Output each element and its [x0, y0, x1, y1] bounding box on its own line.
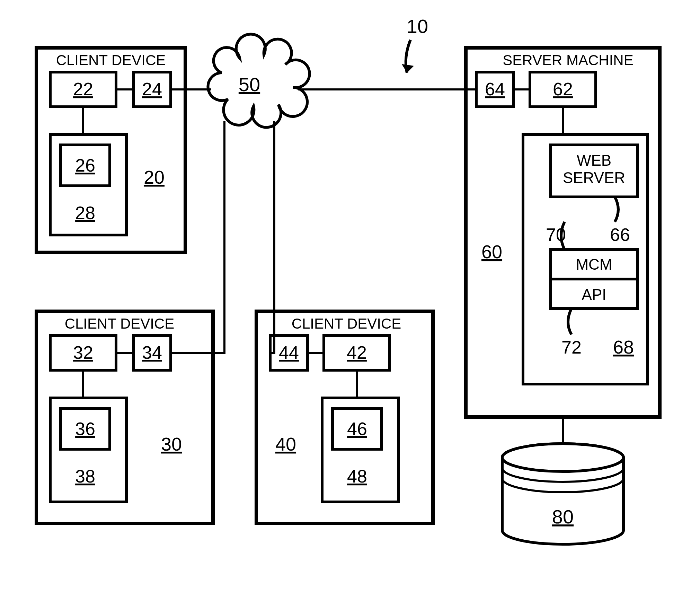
client3-box-ref: 40: [275, 434, 296, 454]
server-label-64: 64: [485, 79, 505, 99]
cloud-ref: 50: [239, 73, 260, 95]
client1-label-24: 24: [142, 79, 162, 99]
system-diagram: 10 50 CLIENT DEVICE 22 24 26 28 20 CLI: [0, 0, 700, 591]
client1-title: CLIENT DEVICE: [56, 52, 166, 68]
db-top-overlay: [502, 444, 623, 471]
client1-label-26: 26: [75, 155, 95, 175]
api-label: API: [582, 286, 606, 303]
server-label-72: 72: [561, 337, 582, 357]
client2-label-34: 34: [142, 342, 162, 363]
server-box-ref: 60: [481, 241, 502, 262]
server-label-62: 62: [553, 79, 573, 99]
client3-label-48: 48: [347, 466, 367, 486]
client2-label-36: 36: [75, 419, 95, 439]
client1-label-28: 28: [75, 203, 95, 223]
client2-box-ref: 30: [161, 434, 182, 454]
mcm-label: MCM: [576, 256, 612, 273]
server-label-66: 66: [610, 225, 630, 245]
client2-title: CLIENT DEVICE: [65, 315, 175, 332]
client2-label-32: 32: [73, 342, 93, 363]
client3-label-46: 46: [347, 419, 367, 439]
database: 80: [502, 417, 623, 544]
server-box-68-ref: 68: [613, 337, 634, 357]
client3-label-44: 44: [279, 342, 299, 363]
web-server-label-line2: SERVER: [563, 169, 625, 186]
client2-label-38: 38: [75, 466, 95, 486]
client3-title: CLIENT DEVICE: [292, 315, 401, 332]
db-ref: 80: [552, 506, 574, 528]
cloud-node: 50: [208, 34, 310, 128]
diagram-ref-label: 10: [407, 15, 428, 37]
server-label-70: 70: [546, 225, 566, 245]
diagram-ref-arrowhead: [402, 64, 414, 73]
client1-label-22: 22: [73, 79, 93, 99]
client3-label-42: 42: [347, 342, 367, 363]
web-server-label-line1: WEB: [577, 152, 611, 169]
client-device-1: CLIENT DEVICE 22 24 26 28 20: [36, 48, 211, 252]
client1-box-ref: 20: [144, 167, 165, 188]
server-title: SERVER MACHINE: [503, 52, 633, 68]
client-device-3: CLIENT DEVICE 44 42 46 48 40: [256, 121, 433, 523]
